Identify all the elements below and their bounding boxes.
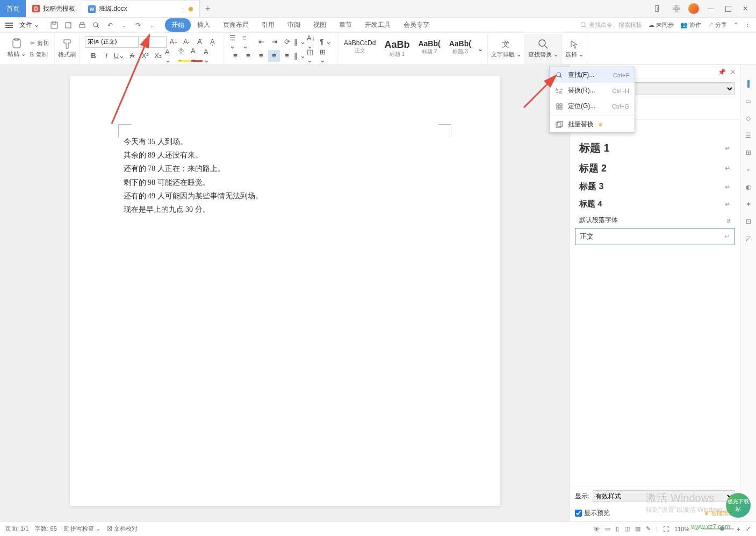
hamburger-icon[interactable] xyxy=(5,23,13,28)
border-button[interactable]: ⊞ ⌄ xyxy=(320,50,332,62)
text-line[interactable]: 现在是早上的九点 30 分。 xyxy=(124,203,446,216)
menu-tab-layout[interactable]: 页面布局 xyxy=(217,18,255,32)
side-chart-icon[interactable]: ✦ xyxy=(744,199,753,209)
font-color-button[interactable]: A ⌄ xyxy=(191,50,203,62)
status-words[interactable]: 字数: 65 xyxy=(35,525,56,533)
view-eye-icon[interactable]: 👁 xyxy=(594,526,600,532)
view-read-icon[interactable]: ▯ xyxy=(616,525,619,532)
side-nav-icon[interactable]: ☰ xyxy=(744,131,753,140)
tab-template[interactable]: D 找稻壳模板 xyxy=(26,0,82,17)
cut-button[interactable]: ✂剪切 xyxy=(28,38,51,48)
text-line[interactable]: 剩下的 98 可能还在睡觉。 xyxy=(124,176,446,189)
side-select-icon[interactable]: ▭ xyxy=(744,96,753,106)
paragraph-spacing-button[interactable]: ‖ ⌄ xyxy=(294,50,306,62)
document-area[interactable]: 今天有 35 人到场。 其余的 89 人还没有来。 还有的 78 人正在；来的路… xyxy=(0,65,569,521)
text-line[interactable]: 其余的 89 人还没有来。 xyxy=(124,148,446,162)
side-image-icon[interactable]: ◸ xyxy=(744,234,753,244)
bullet-list-button[interactable]: ☰ ⌄ xyxy=(229,36,241,48)
fullscreen-icon[interactable]: ⤢ xyxy=(746,525,751,532)
avatar[interactable] xyxy=(688,3,699,14)
font-shrink-icon[interactable]: A- xyxy=(181,36,192,48)
fit-icon[interactable]: ⛶ xyxy=(663,526,669,532)
align-justify-button[interactable]: ≡ xyxy=(268,50,280,62)
ribbon-collapse-icon[interactable]: ⌃ xyxy=(733,22,738,28)
dd-goto[interactable]: 定位(G)... Ctrl+G xyxy=(550,98,635,114)
shading-button[interactable]: A ⌄ xyxy=(204,50,215,62)
change-case-icon[interactable]: Ạ xyxy=(206,36,218,48)
save-icon[interactable] xyxy=(49,20,60,31)
sync-status[interactable]: ☁ 未同步 xyxy=(649,21,674,29)
style-row-normal[interactable]: 正文↵ xyxy=(575,228,735,245)
style-row-h1[interactable]: 标题 1↵ xyxy=(575,138,735,159)
style-row-h2[interactable]: 标题 2↵ xyxy=(575,159,735,178)
superscript-button[interactable]: X² xyxy=(139,50,151,62)
clear-format-icon[interactable]: A̸ xyxy=(193,36,205,48)
search-command[interactable]: 查找命令、搜索模板 xyxy=(580,21,642,29)
text-effect-button[interactable]: A ⌄ xyxy=(165,50,177,62)
menu-tab-view[interactable]: 视图 xyxy=(307,18,333,32)
bold-button[interactable]: B xyxy=(88,50,99,62)
font-name-select[interactable] xyxy=(85,36,139,48)
pin-icon[interactable]: 📌 xyxy=(718,68,726,76)
undo-icon[interactable]: ↶ xyxy=(105,20,116,31)
preview-checkbox[interactable]: 显示预览 xyxy=(575,509,610,518)
export-icon[interactable] xyxy=(63,20,74,31)
view-draft-icon[interactable]: ✎ xyxy=(646,525,651,532)
status-spell[interactable]: ☒ 拼写检查 ⌄ xyxy=(63,525,100,533)
styles-expand-button[interactable]: ⌄ xyxy=(476,38,485,59)
status-proof[interactable]: ☒ 文档校对 xyxy=(107,525,138,533)
tab-add-button[interactable]: + xyxy=(200,0,216,17)
text-layout-button[interactable]: 文A 文字排版 ⌄ xyxy=(491,39,521,59)
menu-tab-start[interactable]: 开始 xyxy=(165,18,191,32)
italic-button[interactable]: I xyxy=(100,50,112,62)
side-app-icon[interactable]: ⊡ xyxy=(744,217,753,226)
select-button[interactable]: 选择 ⌄ xyxy=(565,39,584,59)
number-list-button[interactable]: ≡ ⌄ xyxy=(242,36,254,48)
align-center-button[interactable]: ≡ xyxy=(242,50,254,62)
view-page-icon[interactable]: ▭ xyxy=(605,525,610,532)
style-normal[interactable]: AaBbCcDd正文 xyxy=(340,38,380,59)
dd-find[interactable]: 查找(F)... Ctrl+F xyxy=(550,67,635,83)
side-shape-icon[interactable]: ◇ xyxy=(744,113,753,123)
subscript-button[interactable]: X₂ xyxy=(152,50,164,62)
grid-icon[interactable] xyxy=(671,3,682,14)
page[interactable]: 今天有 35 人到场。 其余的 89 人还没有来。 还有的 78 人正在；来的路… xyxy=(70,76,500,506)
redo-icon[interactable]: ↷ xyxy=(133,20,143,31)
align-right-button[interactable]: ≡ xyxy=(255,50,267,62)
style-row-h4[interactable]: 标题 4↵ xyxy=(575,196,735,212)
share-button[interactable]: ↗ 分享 xyxy=(708,21,727,29)
tab-document[interactable]: W 班级.docx ▫ xyxy=(82,0,200,17)
file-menu[interactable]: 文件 ⌄ xyxy=(17,20,41,30)
highlight-button[interactable]: ⯑ ⌄ xyxy=(178,50,190,62)
show-marks-button[interactable]: ¶ ⌄ xyxy=(320,36,332,48)
view-web-icon[interactable]: ▤ xyxy=(635,525,640,532)
indent-increase-button[interactable]: ⇥ xyxy=(268,36,280,48)
zoom-display[interactable]: 110% xyxy=(674,526,689,532)
side-styles-icon[interactable] xyxy=(744,79,753,89)
tab-split-icon[interactable]: ▫ xyxy=(182,6,184,12)
menu-tab-devtools[interactable]: 开发工具 xyxy=(358,18,397,32)
dd-replace[interactable]: AB 替换(R)... Ctrl+H xyxy=(550,83,635,98)
align-distribute-button[interactable]: ≡ xyxy=(281,50,293,62)
text-line[interactable]: 还有的 49 人可能因为某些事情无法到场。 xyxy=(124,189,446,203)
menu-tab-reference[interactable]: 引用 xyxy=(255,18,281,32)
print-preview-icon[interactable] xyxy=(91,20,102,31)
coop-button[interactable]: 👥 协作 xyxy=(680,21,701,29)
font-grow-icon[interactable]: A+ xyxy=(168,36,179,48)
status-page[interactable]: 页面: 1/1 xyxy=(5,525,28,533)
minimize-button[interactable]: — xyxy=(705,3,716,14)
more-icon[interactable]: ⋮ xyxy=(745,22,751,28)
print-icon[interactable] xyxy=(77,20,88,31)
fill-color-button[interactable]: ◫ ⌄ xyxy=(307,50,319,62)
side-find-icon[interactable]: ⊞ xyxy=(744,148,753,158)
indent-decrease-button[interactable]: ⇤ xyxy=(255,36,267,48)
strike-button[interactable]: A xyxy=(126,50,138,62)
menu-tab-review[interactable]: 审阅 xyxy=(281,18,307,32)
line-spacing-button[interactable]: ‖ ⌄ xyxy=(294,36,306,48)
sort-button[interactable]: A↓ ⌄ xyxy=(307,36,319,48)
side-clip-icon[interactable]: ▫ xyxy=(744,165,753,175)
find-replace-button[interactable]: 查找替换 ⌄ xyxy=(528,39,558,59)
qat-more-icon[interactable]: ⌄ xyxy=(147,20,157,31)
text-direction-button[interactable]: ⟳ xyxy=(281,36,293,48)
menu-tab-chapter[interactable]: 章节 xyxy=(333,18,358,32)
